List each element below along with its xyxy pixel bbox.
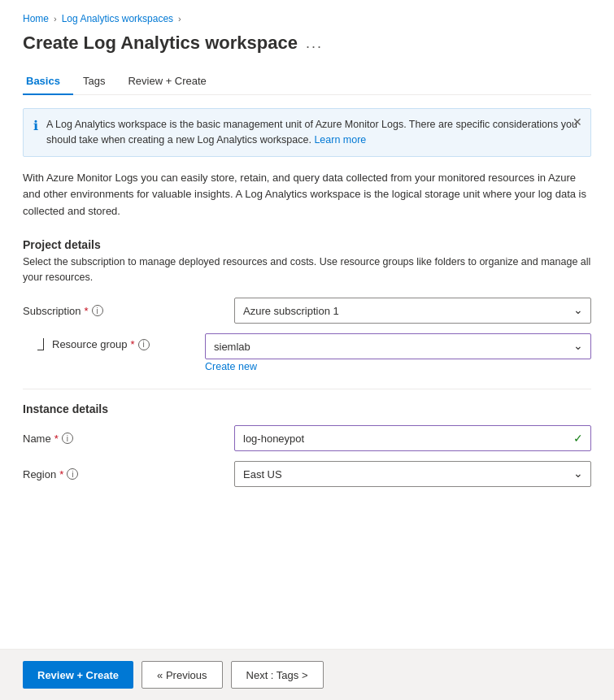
tab-basics[interactable]: Basics xyxy=(23,68,73,95)
tab-review-create[interactable]: Review + Create xyxy=(124,68,219,95)
subscription-row: Subscription * i Azure subscription 1 xyxy=(23,298,591,324)
breadcrumb-sep-1: › xyxy=(54,14,57,24)
subscription-control: Azure subscription 1 xyxy=(234,298,591,324)
resource-group-label: Resource group * i xyxy=(52,338,150,350)
region-info-icon[interactable]: i xyxy=(67,468,78,480)
resource-group-row: Resource group * i siemlab Create new xyxy=(23,333,591,372)
subscription-select[interactable]: Azure subscription 1 xyxy=(234,298,591,324)
breadcrumb-log-analytics[interactable]: Log Analytics workspaces xyxy=(62,13,173,24)
project-details-section: Project details Select the subscription … xyxy=(23,238,591,373)
resource-group-select[interactable]: siemlab xyxy=(205,333,591,359)
instance-details-heading: Instance details xyxy=(23,402,591,415)
region-select[interactable]: East US xyxy=(234,461,591,487)
name-select[interactable]: log-honeypot xyxy=(234,425,591,451)
project-details-subtext: Select the subscription to manage deploy… xyxy=(23,254,591,285)
info-banner: ℹ A Log Analytics workspace is the basic… xyxy=(23,108,591,157)
info-icon: ℹ xyxy=(33,118,38,133)
breadcrumb-home[interactable]: Home xyxy=(23,13,49,24)
breadcrumb: Home › Log Analytics workspaces › xyxy=(23,13,591,24)
page-title-row: Create Log Analytics workspace ... xyxy=(23,33,591,54)
region-label: Region * i xyxy=(23,468,234,480)
subscription-info-icon[interactable]: i xyxy=(92,305,103,316)
previous-button[interactable]: « Previous xyxy=(142,661,222,689)
instance-details-section: Instance details Name * i log-honeypot ✓… xyxy=(23,402,591,487)
name-label: Name * i xyxy=(23,433,234,445)
region-required: * xyxy=(59,468,63,480)
subscription-label: Subscription * i xyxy=(23,305,234,317)
page-title: Create Log Analytics workspace xyxy=(23,33,298,54)
tab-tags[interactable]: Tags xyxy=(80,68,118,95)
next-button[interactable]: Next : Tags > xyxy=(231,661,324,689)
bottom-bar: Review + Create « Previous Next : Tags > xyxy=(0,649,614,700)
close-banner-button[interactable]: ✕ xyxy=(573,115,582,128)
region-row: Region * i East US xyxy=(23,461,591,487)
section-divider xyxy=(23,389,591,389)
resource-group-required: * xyxy=(131,338,135,350)
banner-text: A Log Analytics workspace is the basic m… xyxy=(46,117,581,148)
learn-more-link[interactable]: Learn more xyxy=(314,134,366,146)
name-required: * xyxy=(54,433,59,445)
project-details-heading: Project details xyxy=(23,238,591,251)
resource-group-control: siemlab Create new xyxy=(205,333,591,372)
tab-bar: Basics Tags Review + Create xyxy=(23,68,591,95)
name-info-icon[interactable]: i xyxy=(62,433,73,444)
region-control: East US xyxy=(234,461,591,487)
review-create-button[interactable]: Review + Create xyxy=(23,661,133,689)
create-new-resource-group-link[interactable]: Create new xyxy=(205,361,257,372)
resource-group-info-icon[interactable]: i xyxy=(138,339,150,350)
name-row: Name * i log-honeypot ✓ xyxy=(23,425,591,451)
page-options-button[interactable]: ... xyxy=(306,35,323,52)
description-text: With Azure Monitor Logs you can easily s… xyxy=(23,170,591,220)
name-control: log-honeypot ✓ xyxy=(234,425,591,451)
breadcrumb-sep-2: › xyxy=(178,14,181,24)
subscription-required: * xyxy=(85,305,89,317)
